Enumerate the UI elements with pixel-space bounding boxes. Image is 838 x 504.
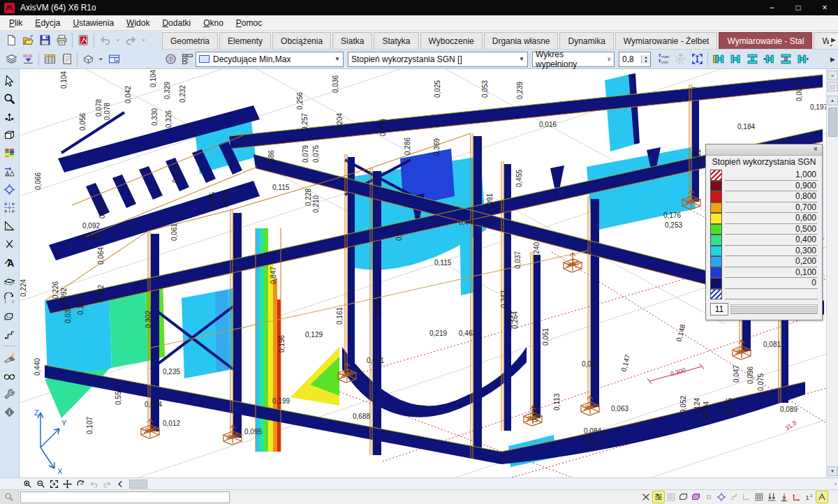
- render-light-icon[interactable]: [1, 348, 18, 366]
- menu-widok[interactable]: Widok: [120, 17, 156, 29]
- node-tools-icon[interactable]: [1, 180, 18, 198]
- tabs-overflow-icon[interactable]: ▶: [829, 35, 838, 45]
- spin-down-icon[interactable]: ▼: [642, 59, 650, 64]
- elevation-level-icon[interactable]: ±0.00: [20, 51, 36, 68]
- display-options-icon[interactable]: [1, 366, 18, 385]
- report-maker-icon[interactable]: [58, 51, 75, 68]
- zoom-out-icon[interactable]: [34, 479, 47, 489]
- view-redo-icon[interactable]: [101, 479, 114, 489]
- close-button[interactable]: ×: [811, 0, 838, 15]
- tab-obciążenia[interactable]: Obciążenia: [272, 32, 331, 49]
- zmax-zmin-icon[interactable]: maxmin: [655, 51, 672, 68]
- tab-elementy[interactable]: Elementy: [219, 32, 271, 49]
- menu-ustawienia[interactable]: Ustawienia: [66, 17, 120, 29]
- section-5-icon[interactable]: [777, 51, 794, 68]
- square-sm-icon[interactable]: [703, 491, 715, 503]
- diagram-style-combo[interactable]: Wykres wypełniony∨: [532, 52, 615, 67]
- legend-titlebar[interactable]: ×: [706, 144, 822, 156]
- views-icon[interactable]: [1, 108, 18, 126]
- menu-pomoc[interactable]: Pomoc: [230, 17, 268, 29]
- maximize-button[interactable]: □: [785, 0, 811, 15]
- section-2-icon[interactable]: [727, 51, 744, 68]
- tab-dynamika[interactable]: Dynamika: [559, 32, 613, 49]
- split-window-icon[interactable]: [105, 51, 122, 68]
- tab-statyka[interactable]: Statyka: [374, 32, 418, 49]
- split-float-button[interactable]: □: [828, 82, 838, 91]
- delete-x-icon[interactable]: [640, 491, 652, 503]
- minimize-button[interactable]: −: [758, 0, 785, 15]
- tab-siatka[interactable]: Siatka: [332, 32, 372, 49]
- auto-intersect-icon[interactable]: [816, 491, 828, 503]
- view-undo-icon[interactable]: [87, 479, 101, 489]
- section-3-icon[interactable]: [744, 51, 760, 68]
- settings-wrench-icon[interactable]: [1, 385, 18, 403]
- tab-wymiarowanie-żelbet[interactable]: Wymiarowanie - Żelbet: [615, 32, 718, 49]
- mesh-on-icon[interactable]: [652, 491, 665, 503]
- tab-wymiarowanie-stal[interactable]: Wymiarowanie - Stal: [719, 32, 812, 49]
- undo-menu-icon[interactable]: [113, 32, 122, 49]
- save-icon[interactable]: [36, 32, 53, 49]
- redo-menu-icon[interactable]: [139, 32, 148, 49]
- grid-table-icon[interactable]: [753, 491, 765, 503]
- table-browser-icon[interactable]: [41, 51, 58, 68]
- node-snap-icon[interactable]: [715, 491, 728, 503]
- tab-drgania-własne[interactable]: Drgania własne: [484, 32, 559, 49]
- set-square-icon[interactable]: [1, 216, 18, 235]
- result-component-combo[interactable]: Stopień wykorzystania SGN []▼: [348, 52, 528, 67]
- zoom-fit-icon[interactable]: [47, 479, 61, 489]
- numbering-icon[interactable]: 12: [803, 491, 816, 503]
- select-arrow-icon[interactable]: [1, 71, 18, 89]
- supports-icon[interactable]: [778, 491, 791, 503]
- parts-tree-icon[interactable]: [179, 51, 196, 68]
- polyline-tool-icon[interactable]: [1, 325, 18, 343]
- search-icon[interactable]: [0, 490, 19, 504]
- pan-icon[interactable]: [61, 479, 74, 489]
- vertical-scrollbar[interactable]: × □ ▲ ▼: [826, 69, 838, 477]
- polyline-gray-icon[interactable]: [728, 491, 740, 503]
- intersect-icon[interactable]: [1, 235, 18, 253]
- zoom-icon[interactable]: [1, 89, 18, 108]
- panel-grip[interactable]: [129, 480, 147, 489]
- rotate-tool-icon[interactable]: 123: [1, 289, 18, 307]
- render-menu-icon[interactable]: [96, 51, 105, 68]
- section-1-icon[interactable]: [710, 51, 727, 68]
- menu-plik[interactable]: Plik: [3, 17, 29, 29]
- print-icon[interactable]: [53, 32, 70, 49]
- split-close-button[interactable]: ×: [828, 71, 838, 80]
- frame-tool-icon[interactable]: [1, 307, 18, 325]
- rotate-dial-icon[interactable]: [672, 51, 689, 68]
- scroll-up-button[interactable]: ▲: [828, 96, 838, 105]
- perspective-sphere-icon[interactable]: [162, 51, 179, 68]
- table-gray-icon[interactable]: [665, 491, 677, 503]
- menu-okno[interactable]: Okno: [197, 17, 230, 29]
- menu-dodatki[interactable]: Dodatki: [156, 17, 197, 29]
- toolbar-overflow-icon[interactable]: ▶: [830, 56, 835, 63]
- render-mode-icon[interactable]: [80, 51, 96, 68]
- undo-icon[interactable]: [96, 32, 113, 49]
- legend-levels-input[interactable]: 11: [710, 303, 728, 316]
- scroll-down-button[interactable]: ▼: [828, 466, 838, 476]
- scale-spinner[interactable]: 0,8▲▼: [619, 52, 651, 67]
- collapse-icon[interactable]: [114, 479, 127, 489]
- redo-icon[interactable]: [122, 32, 139, 49]
- frame-a-icon[interactable]: [677, 491, 690, 503]
- expand-right-icon[interactable]: ›: [835, 480, 837, 487]
- tab-wyboczenie[interactable]: Wyboczenie: [420, 32, 483, 49]
- loads-icon[interactable]: [765, 491, 778, 503]
- section-4-icon[interactable]: [760, 51, 777, 68]
- open-icon[interactable]: [20, 32, 36, 49]
- frame-b-icon[interactable]: [690, 491, 703, 503]
- legend-close-icon[interactable]: ×: [811, 146, 821, 154]
- scroll-thumb[interactable]: [828, 108, 837, 137]
- search-input[interactable]: [20, 491, 230, 503]
- workplanes-icon[interactable]: [1, 271, 18, 289]
- axes-small-icon[interactable]: [791, 491, 803, 503]
- section-cursor-icon[interactable]: [689, 51, 705, 68]
- parts-icon[interactable]: [1, 126, 18, 144]
- snap-grid-icon[interactable]: [1, 198, 18, 216]
- layers-icon[interactable]: [3, 51, 20, 68]
- new-model-icon[interactable]: [3, 32, 20, 49]
- corner-gray-icon[interactable]: [740, 491, 753, 503]
- transform-icon[interactable]: [1, 162, 18, 180]
- menu-edycja[interactable]: Edycja: [29, 17, 66, 29]
